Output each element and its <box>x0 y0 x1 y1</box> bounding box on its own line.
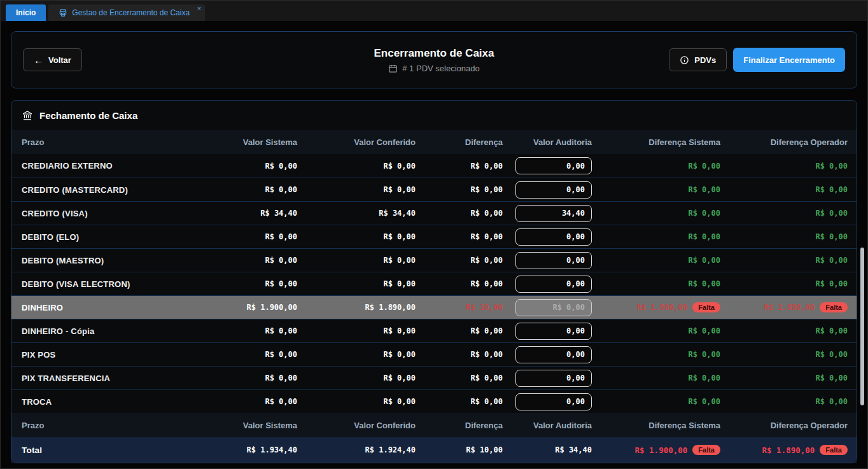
col-diferenca-operador: Diferença Operador <box>720 421 848 430</box>
prazo-cell: TROCA <box>22 397 202 407</box>
bank-icon <box>22 109 33 121</box>
valor-sistema-cell: R$ 0,00 <box>202 350 297 359</box>
valor-auditoria-cell <box>503 299 592 316</box>
valor-auditoria-input[interactable] <box>515 370 592 387</box>
valor-auditoria-cell <box>503 370 592 387</box>
fechamento-panel: Fechamento de Caixa Prazo Valor Sistema … <box>11 100 857 463</box>
valor-conferido-cell: R$ 0,00 <box>297 326 416 335</box>
col-valor-auditoria: Valor Auditoria <box>503 137 592 147</box>
valor-conferido-cell: R$ 0,00 <box>297 162 416 171</box>
diferenca-operador-cell: R$ 0,00 <box>720 232 848 241</box>
tab-bar: Início Gestao de Encerramento de Caixa × <box>1 1 867 21</box>
table-footer-header-row: Prazo Valor Sistema Valor Conferido Dife… <box>11 413 857 437</box>
back-button-label: Voltar <box>48 55 71 65</box>
table-body: CREDIARIO EXTERNO R$ 0,00 R$ 0,00 R$ 0,0… <box>11 154 857 413</box>
valor-conferido-cell: R$ 0,00 <box>297 256 416 265</box>
valor-auditoria-cell <box>503 323 592 340</box>
diferenca-operador-cell: R$ 0,00 <box>720 350 848 359</box>
diferenca-sistema-value: R$ 0,00 <box>688 279 720 288</box>
diferenca-operador-value: R$ 0,00 <box>815 326 848 335</box>
diferenca-sistema-cell: R$ 0,00 <box>592 256 720 265</box>
table-row[interactable]: DEBITO (VISA ELECTRON) R$ 0,00 R$ 0,00 R… <box>11 272 857 295</box>
col-valor-auditoria: Valor Auditoria <box>503 421 592 430</box>
total-dif-operador-value: R$ 1.890,00 <box>762 445 815 455</box>
pdvs-button[interactable]: PDVs <box>669 48 727 71</box>
diferenca-sistema-value: R$ 0,00 <box>688 256 720 265</box>
diferenca-cell: R$ 0,00 <box>416 279 503 288</box>
table-row[interactable]: DINHEIRO R$ 1.900,00 R$ 1.890,00 R$ 10,0… <box>11 295 857 319</box>
prazo-cell: PIX POS <box>22 350 202 360</box>
table-row[interactable]: PIX POS R$ 0,00 R$ 0,00 R$ 0,00 R$ 0,00 … <box>11 342 857 366</box>
diferenca-operador-value: R$ 0,00 <box>815 279 848 288</box>
prazo-cell: DINHEIRO <box>22 303 202 312</box>
valor-auditoria-input[interactable] <box>515 228 592 246</box>
valor-auditoria-cell <box>503 181 592 199</box>
pdvs-button-label: PDVs <box>694 55 716 65</box>
finalize-button[interactable]: Finalizar Encerramento <box>733 48 845 72</box>
valor-auditoria-input[interactable] <box>515 181 592 199</box>
diferenca-sistema-cell: R$ 0,00 <box>592 279 720 288</box>
valor-auditoria-input[interactable] <box>515 276 592 293</box>
diferenca-operador-value: R$ 0,00 <box>815 162 848 171</box>
diferenca-operador-cell: R$ 0,00 <box>720 209 848 218</box>
prazo-cell: PIX TRANSFERENCIA <box>22 374 202 383</box>
diferenca-sistema-cell: R$ 0,00 <box>592 209 720 218</box>
table-total-row: Total R$ 1.934,40 R$ 1.924,40 R$ 10,00 R… <box>11 437 857 463</box>
panel-title-label: Fechamento de Caixa <box>39 110 137 121</box>
valor-conferido-cell: R$ 0,00 <box>297 397 416 406</box>
valor-auditoria-cell <box>503 393 592 410</box>
valor-auditoria-cell <box>503 252 592 269</box>
cash-register-icon <box>59 8 67 17</box>
valor-auditoria-input[interactable] <box>515 346 592 363</box>
calendar-icon <box>388 64 398 73</box>
diferenca-operador-value: R$ 0,00 <box>815 397 848 406</box>
valor-auditoria-cell <box>503 157 592 174</box>
table-row[interactable]: TROCA R$ 0,00 R$ 0,00 R$ 0,00 R$ 0,00 R$… <box>11 389 857 413</box>
table-row[interactable]: CREDIARIO EXTERNO R$ 0,00 R$ 0,00 R$ 0,0… <box>11 154 857 178</box>
col-prazo: Prazo <box>22 137 202 147</box>
diferenca-sistema-value: R$ 0,00 <box>688 397 720 406</box>
diferenca-cell: R$ 0,00 <box>416 326 503 335</box>
tab-inicio[interactable]: Início <box>6 4 46 21</box>
diferenca-cell: R$ 0,00 <box>416 232 503 241</box>
page-header: ← Voltar Encerramento de Caixa # 1 PDV s… <box>11 31 857 88</box>
valor-auditoria-cell <box>503 205 592 222</box>
table-row[interactable]: DINHEIRO - Cópia R$ 0,00 R$ 0,00 R$ 0,00… <box>11 319 857 342</box>
valor-sistema-cell: R$ 0,00 <box>202 326 297 335</box>
valor-sistema-cell: R$ 0,00 <box>202 397 297 406</box>
valor-conferido-cell: R$ 1.890,00 <box>297 303 416 312</box>
diferenca-sistema-value: R$ 0,00 <box>688 185 720 194</box>
valor-sistema-cell: R$ 0,00 <box>202 256 297 265</box>
diferenca-operador-value: R$ 0,00 <box>815 232 848 241</box>
valor-auditoria-input[interactable] <box>515 157 592 174</box>
scrollbar-thumb[interactable] <box>860 248 864 405</box>
prazo-cell: DEBITO (MAESTRO) <box>22 256 202 265</box>
table-row[interactable]: CREDITO (VISA) R$ 34,40 R$ 34,40 R$ 0,00… <box>11 201 857 225</box>
valor-sistema-cell: R$ 1.900,00 <box>202 303 297 312</box>
table-row[interactable]: DEBITO (MAESTRO) R$ 0,00 R$ 0,00 R$ 0,00… <box>11 248 857 272</box>
diferenca-sistema-value: R$ 0,00 <box>688 162 720 171</box>
valor-auditoria-input[interactable] <box>515 393 592 410</box>
prazo-cell: CREDITO (VISA) <box>22 209 202 218</box>
table-row[interactable]: CREDITO (MASTERCARD) R$ 0,00 R$ 0,00 R$ … <box>11 178 857 201</box>
valor-auditoria-input[interactable] <box>515 205 592 222</box>
total-diferenca-sistema: R$ 1.900,00 Falta <box>592 445 720 455</box>
col-diferenca: Diferença <box>416 137 503 147</box>
valor-sistema-cell: R$ 0,00 <box>202 162 297 171</box>
valor-auditoria-input[interactable] <box>515 323 592 340</box>
col-valor-conferido: Valor Conferido <box>297 421 416 430</box>
diferenca-operador-value: R$ 1.890,00 <box>764 303 815 312</box>
tab-gestao-encerramento[interactable]: Gestao de Encerramento de Caixa × <box>48 4 205 21</box>
tab-gestao-label: Gestao de Encerramento de Caixa <box>72 8 190 17</box>
falta-badge: Falta <box>820 302 848 312</box>
close-tab-icon[interactable]: × <box>197 5 201 12</box>
prazo-cell: DEBITO (ELO) <box>22 232 202 242</box>
back-button[interactable]: ← Voltar <box>23 48 82 71</box>
valor-auditoria-cell <box>503 276 592 293</box>
valor-auditoria-cell <box>503 228 592 246</box>
valor-auditoria-input[interactable] <box>515 252 592 269</box>
total-label: Total <box>22 445 202 455</box>
table-row[interactable]: PIX TRANSFERENCIA R$ 0,00 R$ 0,00 R$ 0,0… <box>11 366 857 389</box>
falta-badge: Falta <box>692 445 720 455</box>
table-row[interactable]: DEBITO (ELO) R$ 0,00 R$ 0,00 R$ 0,00 R$ … <box>11 225 857 248</box>
